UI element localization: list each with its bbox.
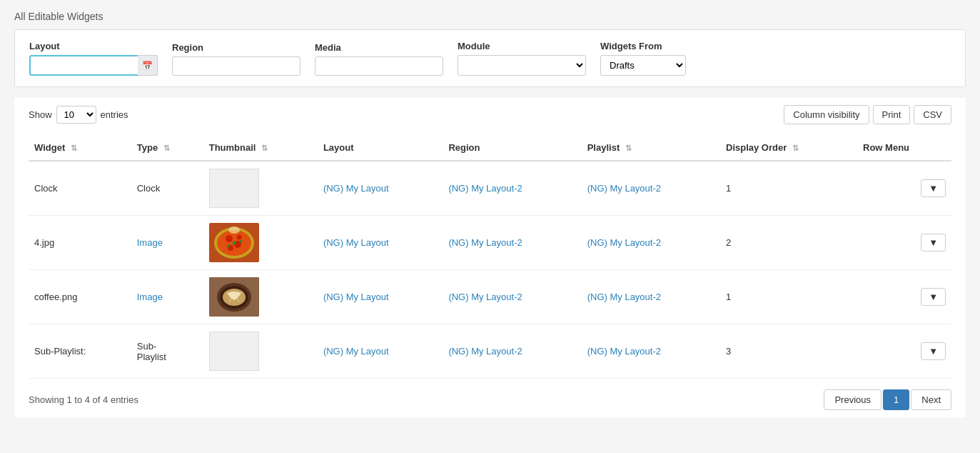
pagination-row: Showing 1 to 4 of 4 entries Previous 1 N… — [29, 379, 951, 417]
playlist-link[interactable]: (NG) My Layout-2 — [587, 292, 661, 302]
cell-thumbnail — [203, 216, 318, 270]
widgets-from-select[interactable]: Drafts Published All — [600, 55, 686, 76]
cell-widget: 4.jpg — [29, 216, 131, 270]
media-filter-label: Media — [315, 42, 443, 53]
svg-point-2 — [226, 235, 233, 242]
col-row-menu: Row Menu — [857, 135, 951, 161]
table-body: ClockClock(NG) My Layout(NG) My Layout-2… — [29, 161, 951, 379]
col-widget[interactable]: Widget ⇅ — [29, 135, 131, 161]
empty-thumbnail — [209, 169, 259, 208]
table-row: Sub-Playlist:Sub-Playlist(NG) My Layout(… — [29, 324, 951, 379]
col-thumbnail[interactable]: Thumbnail ⇅ — [203, 135, 318, 161]
playlist-link[interactable]: (NG) My Layout-2 — [587, 237, 661, 248]
pagination-buttons: Previous 1 Next — [824, 389, 951, 410]
table-row: ClockClock(NG) My Layout(NG) My Layout-2… — [29, 161, 951, 216]
cell-region: (NG) My Layout-2 — [443, 324, 581, 379]
region-link[interactable]: (NG) My Layout-2 — [448, 237, 522, 248]
layout-link[interactable]: (NG) My Layout — [323, 292, 389, 302]
media-input[interactable] — [315, 56, 443, 76]
type-sort-icon: ⇅ — [163, 144, 170, 153]
cell-region: (NG) My Layout-2 — [443, 216, 581, 270]
cell-row-menu: ▼ — [857, 216, 951, 270]
cell-layout: (NG) My Layout — [318, 216, 443, 270]
col-layout[interactable]: Layout — [318, 135, 443, 161]
svg-point-5 — [236, 235, 241, 240]
region-input[interactable] — [172, 56, 300, 76]
print-button[interactable]: Print — [873, 105, 911, 124]
layout-link[interactable]: (NG) My Layout — [323, 237, 389, 248]
layout-input-wrapper: 📅 — [29, 55, 158, 76]
csv-button[interactable]: CSV — [914, 105, 951, 124]
show-label: Show — [29, 109, 52, 120]
widgets-from-filter-group: Widgets From Drafts Published All — [600, 41, 686, 76]
page-1-button[interactable]: 1 — [883, 389, 909, 410]
row-menu-button[interactable]: ▼ — [921, 234, 946, 252]
cell-display-order: 2 — [720, 216, 857, 270]
region-filter-group: Region — [172, 42, 300, 76]
table-row: coffee.pngImage (NG) My Layout(NG) My La… — [29, 270, 951, 324]
table-header: Widget ⇅ Type ⇅ Thumbnail ⇅ Layout Regio… — [29, 135, 951, 161]
col-playlist[interactable]: Playlist ⇅ — [582, 135, 720, 161]
region-link[interactable]: (NG) My Layout-2 — [448, 346, 522, 357]
widget-sort-icon: ⇅ — [71, 144, 77, 153]
row-menu-button[interactable]: ▼ — [921, 179, 946, 197]
column-visibility-button[interactable]: Column visibility — [784, 105, 869, 124]
cell-region: (NG) My Layout-2 — [443, 270, 581, 324]
layout-calendar-icon[interactable]: 📅 — [138, 55, 158, 76]
cell-widget: Clock — [29, 161, 131, 216]
layout-filter-group: Layout 📅 — [29, 41, 158, 76]
region-filter-label: Region — [172, 42, 300, 53]
content-area: Show 10 25 50 100 entries Column visibil… — [14, 98, 966, 417]
cell-type: Clock — [131, 161, 203, 216]
cell-type: Sub-Playlist — [131, 324, 203, 379]
region-link[interactable]: (NG) My Layout-2 — [448, 183, 522, 194]
entries-per-page-select[interactable]: 10 25 50 100 — [56, 106, 96, 124]
next-button[interactable]: Next — [911, 389, 951, 410]
type-link[interactable]: Image — [137, 237, 163, 248]
layout-filter-label: Layout — [29, 41, 158, 51]
entries-label: entries — [101, 109, 128, 120]
coffee-thumbnail — [209, 277, 259, 317]
cell-layout: (NG) My Layout — [318, 270, 443, 324]
region-link[interactable]: (NG) My Layout-2 — [448, 292, 522, 302]
col-region[interactable]: Region — [443, 135, 581, 161]
cell-thumbnail — [203, 161, 318, 216]
row-menu-button[interactable]: ▼ — [921, 342, 946, 360]
layout-link[interactable]: (NG) My Layout — [323, 183, 389, 194]
type-link[interactable]: Image — [137, 292, 163, 302]
layout-link[interactable]: (NG) My Layout — [323, 346, 389, 357]
media-filter-group: Media — [315, 42, 443, 76]
cell-layout: (NG) My Layout — [318, 161, 443, 216]
col-type[interactable]: Type ⇅ — [131, 135, 203, 161]
cell-playlist: (NG) My Layout-2 — [582, 270, 720, 324]
svg-point-9 — [228, 226, 240, 234]
row-menu-button[interactable]: ▼ — [921, 288, 946, 306]
cell-display-order: 3 — [720, 324, 857, 379]
previous-button[interactable]: Previous — [824, 389, 882, 410]
svg-point-6 — [232, 242, 236, 245]
cell-type: Image — [131, 270, 203, 324]
cell-thumbnail — [203, 270, 318, 324]
table-header-row: Widget ⇅ Type ⇅ Thumbnail ⇅ Layout Regio… — [29, 135, 951, 161]
pizza-thumbnail — [209, 223, 259, 262]
svg-point-7 — [227, 244, 230, 247]
cell-widget: Sub-Playlist: — [29, 324, 131, 379]
col-display-order[interactable]: Display Order ⇅ — [720, 135, 857, 161]
table-row: 4.jpgImage (NG) My Layout(NG) My Layout-… — [29, 216, 951, 270]
thumbnail-sort-icon: ⇅ — [261, 144, 268, 153]
cell-widget: coffee.png — [29, 270, 131, 324]
module-filter-label: Module — [458, 41, 586, 51]
filter-row: Layout 📅 Region Media Module Widgets Fro… — [29, 41, 951, 76]
page-title: All Editable Widgets — [0, 0, 980, 29]
widgets-from-label: Widgets From — [600, 41, 686, 51]
cell-region: (NG) My Layout-2 — [443, 161, 581, 216]
playlist-link[interactable]: (NG) My Layout-2 — [587, 183, 661, 194]
cell-row-menu: ▼ — [857, 324, 951, 379]
cell-playlist: (NG) My Layout-2 — [582, 216, 720, 270]
cell-type: Image — [131, 216, 203, 270]
module-select[interactable] — [458, 55, 586, 76]
cell-layout: (NG) My Layout — [318, 324, 443, 379]
display-order-sort-icon: ⇅ — [792, 144, 799, 153]
playlist-link[interactable]: (NG) My Layout-2 — [587, 346, 661, 357]
empty-thumbnail — [209, 332, 259, 371]
